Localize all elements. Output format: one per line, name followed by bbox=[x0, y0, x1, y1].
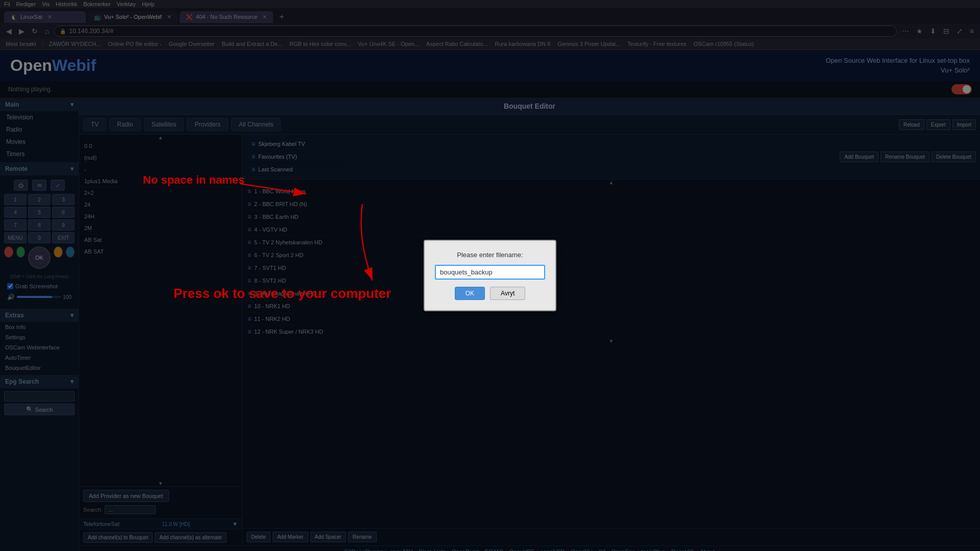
annotation-no-space-text: No space in names bbox=[143, 173, 244, 186]
annotation-no-space: No space in names bbox=[143, 173, 244, 187]
dialog-cancel-button[interactable]: Avryt bbox=[490, 287, 525, 300]
dialog-title: Please enter filename: bbox=[435, 251, 545, 259]
annotation-press-ok: Press ok to save to your computer bbox=[174, 286, 391, 302]
dialog-overlay: No space in names Please enter filename:… bbox=[0, 0, 980, 551]
dialog-buttons: OK Avryt bbox=[435, 287, 545, 300]
annotation-arrow-1 bbox=[128, 153, 357, 306]
dialog-container: No space in names Please enter filename:… bbox=[424, 240, 556, 311]
filename-input[interactable] bbox=[435, 265, 545, 280]
dialog-ok-button[interactable]: OK bbox=[455, 287, 485, 300]
filename-dialog: Please enter filename: OK Avryt bbox=[424, 240, 556, 311]
annotation-press-ok-text: Press ok to save to your computer bbox=[174, 286, 391, 301]
annotation-arrow-2 bbox=[347, 199, 408, 291]
